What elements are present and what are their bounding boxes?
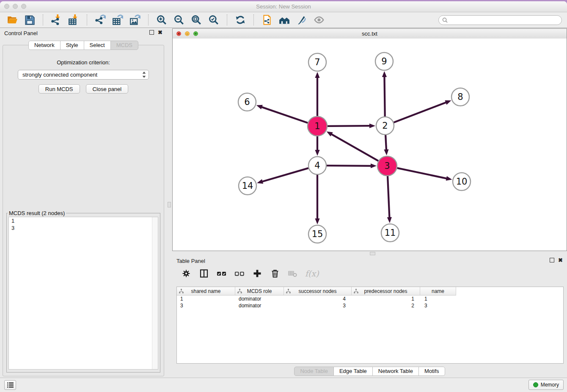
main-area: Control Panel ✖ NetworkStyleSelectMCDS O… xyxy=(0,28,567,378)
result-item: 1 xyxy=(9,217,158,224)
table-row[interactable]: 3dominator323 xyxy=(177,302,563,309)
save-session-icon[interactable] xyxy=(22,14,37,26)
delete-column-icon[interactable] xyxy=(270,268,281,279)
select-all-columns-icon[interactable] xyxy=(216,268,227,279)
duplicate-network-icon[interactable] xyxy=(260,14,274,26)
apply-style-icon[interactable] xyxy=(295,14,309,26)
open-session-icon[interactable] xyxy=(5,14,19,26)
close-panel-button[interactable]: Close panel xyxy=(86,84,129,94)
unselect-all-columns-icon[interactable] xyxy=(234,268,245,279)
splitter-grip[interactable] xyxy=(370,252,375,255)
network-maximize-icon[interactable]: + xyxy=(193,31,198,36)
cell-shared-name[interactable]: 3 xyxy=(177,302,235,309)
import-network-icon[interactable] xyxy=(49,14,63,26)
zoom-fit-icon[interactable] xyxy=(189,14,204,26)
float-panel-icon[interactable] xyxy=(550,258,554,262)
export-network-icon[interactable] xyxy=(93,14,107,26)
cell-name[interactable]: 1 xyxy=(420,295,456,302)
close-window-button[interactable] xyxy=(4,4,9,9)
tab-node-table[interactable]: Node Table xyxy=(294,367,334,376)
edge-arrowhead xyxy=(256,105,263,110)
list-icon xyxy=(7,382,14,388)
network-minimize-icon[interactable]: – xyxy=(185,31,190,36)
export-table-icon[interactable] xyxy=(110,14,125,26)
graph-edge-2-9[interactable] xyxy=(384,76,385,116)
graph-edge-4-3[interactable] xyxy=(327,166,372,166)
horizontal-splitter[interactable] xyxy=(172,251,567,255)
tab-style[interactable]: Style xyxy=(60,41,84,50)
network-graph: 7968124314101511 xyxy=(173,39,567,251)
session-window: Session: New Session xyxy=(0,1,567,392)
zoom-selected-icon[interactable] xyxy=(206,14,221,26)
graph-edge-4-14[interactable] xyxy=(262,168,308,182)
optimization-dropdown[interactable]: strongly connected component xyxy=(18,70,149,80)
cell-successor-nodes[interactable]: 3 xyxy=(284,302,352,309)
vertical-splitter[interactable] xyxy=(167,28,172,378)
column-header-shared-name[interactable]: shared name xyxy=(177,287,235,295)
graph-node-label: 8 xyxy=(457,92,463,102)
zoom-in-icon[interactable] xyxy=(154,14,169,26)
column-header-predecessor-nodes[interactable]: predecessor nodes xyxy=(352,287,420,295)
zoom-out-icon[interactable] xyxy=(172,14,186,26)
graph-edge-2-8[interactable] xyxy=(394,102,447,122)
header-filler xyxy=(456,287,563,295)
column-header-mcds-role[interactable]: MCDS role xyxy=(235,287,284,295)
tab-network-table[interactable]: Network Table xyxy=(372,367,419,376)
column-header-name[interactable]: name xyxy=(420,287,456,295)
result-scrollbar[interactable] xyxy=(152,217,158,369)
add-column-icon[interactable] xyxy=(252,268,263,279)
edge-arrowhead xyxy=(371,163,377,168)
mcds-result-list[interactable]: 13 xyxy=(8,217,158,370)
close-panel-icon[interactable]: ✖ xyxy=(158,30,162,35)
minimize-window-button[interactable] xyxy=(13,4,18,9)
graph-edge-3-10[interactable] xyxy=(397,168,447,179)
task-history-button[interactable] xyxy=(4,380,16,390)
search-box[interactable] xyxy=(438,15,562,25)
float-panel-icon[interactable] xyxy=(149,30,154,35)
cell-mcds-role[interactable]: dominator xyxy=(235,295,284,302)
tab-motifs[interactable]: Motifs xyxy=(418,367,445,376)
memory-button[interactable]: Memory xyxy=(528,380,564,390)
cell-predecessor-nodes[interactable]: 1 xyxy=(352,295,420,302)
zoom-window-button[interactable] xyxy=(21,4,26,9)
cell-name[interactable]: 3 xyxy=(420,302,456,309)
table-row[interactable]: 1dominator411 xyxy=(177,295,563,302)
settings-gear-icon[interactable] xyxy=(181,268,192,279)
close-panel-icon[interactable]: ✖ xyxy=(558,258,563,262)
refresh-view-icon[interactable] xyxy=(233,14,248,26)
cell-shared-name[interactable]: 1 xyxy=(177,295,235,302)
graph-node-label: 6 xyxy=(244,97,250,107)
import-table-icon[interactable] xyxy=(66,14,81,26)
run-mcds-button[interactable]: Run MCDS xyxy=(39,84,80,94)
graph-node-label: 2 xyxy=(382,121,388,131)
search-input[interactable] xyxy=(450,17,558,23)
tab-select[interactable]: Select xyxy=(84,41,111,50)
cell-successor-nodes[interactable]: 4 xyxy=(284,295,352,302)
split-panel-icon[interactable] xyxy=(198,268,209,279)
column-header-successor-nodes[interactable]: successor nodes xyxy=(284,287,352,295)
node-table: shared nameMCDS rolesuccessor nodesprede… xyxy=(176,287,564,364)
show-hide-graphics-icon[interactable] xyxy=(312,14,326,26)
graph-node-label: 9 xyxy=(381,56,387,66)
export-image-icon[interactable] xyxy=(128,14,142,26)
graph-edge-3-1[interactable] xyxy=(331,134,378,161)
toolbar-separator xyxy=(148,14,149,25)
graph-edge-1-6[interactable] xyxy=(261,107,308,123)
graph-edge-3-11[interactable] xyxy=(388,176,389,218)
tab-network[interactable]: Network xyxy=(28,41,61,50)
tab-mcds[interactable]: MCDS xyxy=(110,41,138,50)
graph-edge-2-3[interactable] xyxy=(385,135,386,150)
tab-edge-table[interactable]: Edge Table xyxy=(333,367,373,376)
edge-arrowhead xyxy=(445,100,451,105)
splitter-grip[interactable] xyxy=(168,202,171,207)
graph-node-label: 14 xyxy=(242,181,253,191)
graph-edge-1-2[interactable] xyxy=(328,126,370,126)
network-canvas[interactable]: 7968124314101511 xyxy=(173,39,567,251)
column-type-icon xyxy=(237,289,242,293)
cell-predecessor-nodes[interactable]: 2 xyxy=(352,302,420,309)
network-window-titlebar[interactable]: ✕ – + scc.txt xyxy=(173,29,567,39)
network-close-icon[interactable]: ✕ xyxy=(176,31,181,36)
graph-node-label: 7 xyxy=(314,57,320,67)
home-layout-icon[interactable] xyxy=(277,14,292,26)
cell-mcds-role[interactable]: dominator xyxy=(235,302,284,309)
